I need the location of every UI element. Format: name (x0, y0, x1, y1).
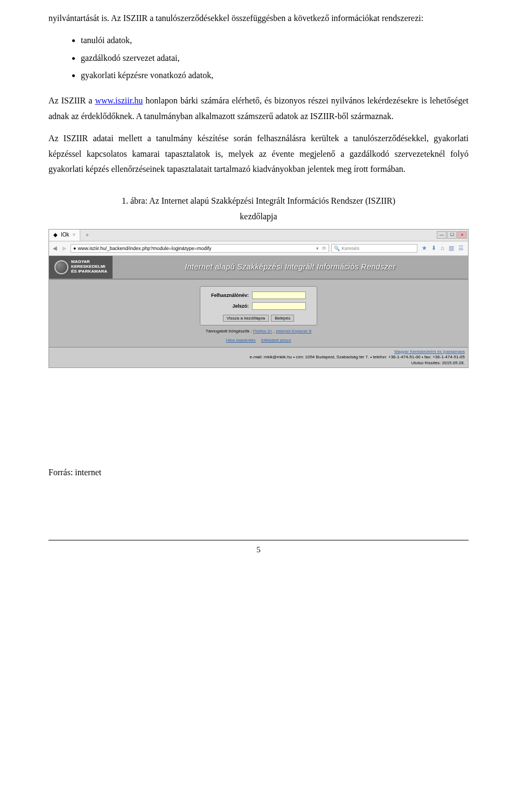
reload-icon[interactable]: ⟳ (322, 244, 326, 253)
paragraph-2: Az ISZIIR a www.isziir.hu honlapon bárki… (48, 93, 469, 124)
browser-tab[interactable]: ◆ IOk × (49, 230, 80, 241)
search-input[interactable]: 🔍 Keresés (331, 244, 417, 253)
menu-icon[interactable]: ☰ (458, 243, 464, 254)
download-icon[interactable]: ⬇ (431, 243, 436, 254)
logo-text: MAGYAR KERESKEDELMI ÉS IPARKAMARA (71, 260, 107, 274)
help-links: Hiba bejelentés Elfelejtett jelszó (224, 337, 294, 344)
dropdown-icon[interactable]: ▾ (316, 244, 319, 253)
supported-browsers: Támogatott böngészők : Firefox 3+ , Inte… (206, 328, 311, 335)
search-icon: 🔍 (334, 244, 340, 253)
globe-logo-icon (54, 260, 68, 274)
url-text: www.isziir.hu/_backend/index.php?module=… (78, 244, 211, 253)
forgot-password-link[interactable]: Elfelejtett jelszó (261, 338, 291, 343)
contact-info: e-mail: mkik@mkik.hu • cím: 1054 Budapes… (250, 355, 465, 359)
source-line: Forrás: internet (48, 465, 469, 481)
support-label: Támogatott böngészők : (206, 329, 253, 334)
caption-line-2: kezdőlapja (240, 212, 277, 221)
firefox-link[interactable]: Firefox 3+ (253, 329, 273, 334)
minimize-icon[interactable]: — (437, 231, 446, 239)
username-input[interactable] (252, 292, 306, 299)
text-span: Az ISZIIR a (48, 96, 95, 105)
password-label: Jelszó: (211, 302, 249, 310)
forward-icon[interactable]: ▶ (61, 245, 68, 252)
paragraph-1: nyilvántartását is. Az ISZIIR a tanulósz… (48, 11, 469, 26)
back-icon[interactable]: ◀ (51, 245, 59, 252)
url-input[interactable]: ● www.isziir.hu/_backend/index.php?modul… (71, 244, 329, 253)
site-footer: Magyar Kereskedelmi és Iparkamara e-mail… (49, 347, 468, 367)
star-icon[interactable]: ★ (422, 243, 427, 254)
logo-line: ÉS IPARKAMARA (71, 269, 107, 274)
site-body: Felhasználónév: Jelszó: Vissza a kezdőla… (49, 280, 468, 347)
tab-title: IOk (61, 230, 69, 240)
paragraph-3: Az ISZIIR adatai mellett a tanulmány kés… (48, 131, 469, 177)
caption-line-1: 1. ábra: Az Internet alapú Szakképzési I… (122, 196, 395, 205)
login-button[interactable]: Belépés (271, 315, 294, 322)
password-input[interactable] (252, 302, 306, 310)
report-bug-link[interactable]: Hiba bejelentés (226, 338, 256, 343)
figure-caption: 1. ábra: Az Internet alapú Szakképzési I… (48, 193, 469, 225)
home-icon[interactable]: ⌂ (441, 243, 444, 254)
org-link[interactable]: Magyar Kereskedelmi és Iparkamara (394, 349, 465, 354)
browser-tab-bar: ◆ IOk × ＋ — ☐ × (49, 230, 468, 241)
bookmarks-icon[interactable]: ▥ (449, 243, 454, 254)
last-updated: Utolsó frissítés: 2015.05.28. (411, 360, 465, 365)
search-placeholder: Keresés (341, 244, 359, 253)
address-bar: ◀ ▶ ● www.isziir.hu/_backend/index.php?m… (49, 241, 468, 256)
page-footer: 5 (48, 540, 469, 557)
list-item: gyakorlati képzésre vonatkozó adatok, (81, 68, 469, 84)
login-box: Felhasználónév: Jelszó: Vissza a kezdőla… (200, 286, 317, 325)
toolbar-icons: ★ ⬇ ⌂ ▥ ☰ (420, 243, 466, 254)
site-header: MAGYAR KERESKEDELMI ÉS IPARKAMARA Intern… (49, 256, 468, 280)
logo-block: MAGYAR KERESKEDELMI ÉS IPARKAMARA (49, 256, 113, 279)
globe-icon: ● (73, 244, 76, 253)
new-tab-button[interactable]: ＋ (80, 229, 94, 241)
list-item: tanulói adatok, (81, 33, 469, 48)
browser-window: ◆ IOk × ＋ — ☐ × ◀ ▶ ● www.isziir.hu/_bac… (48, 229, 469, 368)
shield-icon: ◆ (53, 230, 58, 240)
bullet-list: tanulói adatok, gazdálkodó szervezet ada… (81, 33, 469, 84)
username-label: Felhasználónév: (211, 291, 249, 300)
site-title: Internet alapú Szakképzési Integrált Inf… (113, 260, 468, 274)
maximize-icon[interactable]: ☐ (447, 231, 457, 239)
isziir-link[interactable]: www.isziir.hu (95, 96, 143, 105)
close-icon[interactable]: × (73, 230, 76, 240)
page-number: 5 (256, 545, 261, 554)
ie-link[interactable]: Internet Explorer 8 (276, 329, 311, 334)
list-item: gazdálkodó szervezet adatai, (81, 51, 469, 66)
back-button[interactable]: Vissza a kezdőlapra (223, 315, 269, 322)
close-window-icon[interactable]: × (457, 231, 467, 239)
